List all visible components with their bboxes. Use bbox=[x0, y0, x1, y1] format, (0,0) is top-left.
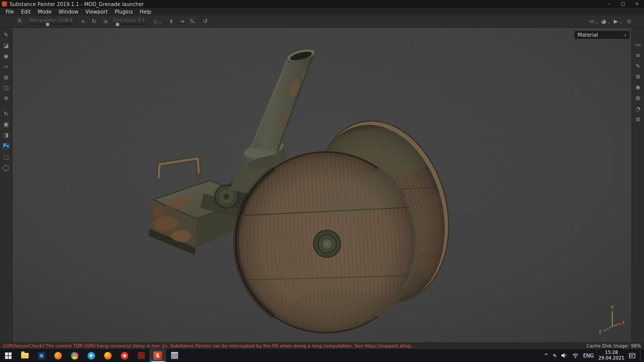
taskbar-photos-app[interactable] bbox=[33, 349, 50, 362]
language-indicator[interactable]: ENG bbox=[583, 353, 594, 358]
gizmo-z-label: Z bbox=[599, 330, 602, 335]
comment-view-icon[interactable]: ▭ bbox=[587, 16, 597, 28]
model-grenade-launcher[interactable] bbox=[13, 28, 631, 342]
taskbar-java-app[interactable] bbox=[50, 349, 66, 362]
taskbar-messenger-app[interactable] bbox=[83, 349, 100, 362]
camera-caret-icon[interactable]: ∨ bbox=[620, 21, 622, 24]
camera-panel-icon[interactable]: ◉ bbox=[632, 84, 644, 91]
left-tool-rail: ✎ ◪ ◉ ▱ ◍ ◫ ⊕ ↻ ▣ ◨ Ps ▢ ◯ bbox=[0, 28, 13, 342]
show-desktop-button[interactable] bbox=[640, 349, 642, 362]
menu-window[interactable]: Window bbox=[55, 9, 82, 15]
taskbar-firefox[interactable] bbox=[100, 349, 116, 362]
taskbar-chrome[interactable] bbox=[66, 349, 83, 362]
comment-caret-icon[interactable]: ∨ bbox=[596, 21, 598, 24]
texture-sets-panel-icon[interactable]: ⊞ bbox=[632, 73, 644, 80]
firefox-icon bbox=[104, 352, 112, 359]
photo-camera-icon[interactable]: ⊙ bbox=[624, 16, 634, 28]
shader-panel-icon[interactable]: ◍ bbox=[632, 95, 644, 102]
taskbar-clock[interactable]: 15:28 29.04.2021 bbox=[598, 350, 624, 361]
log-panel-icon[interactable]: ▭ bbox=[632, 42, 644, 49]
start-button[interactable] bbox=[0, 349, 17, 362]
substance-painter-window: Substance Painter 2019.1.1 - MOD_Grenade… bbox=[0, 0, 644, 362]
photos-icon bbox=[38, 352, 45, 359]
menu-mode[interactable]: Mode bbox=[34, 9, 55, 15]
percent-icon[interactable]: % bbox=[187, 16, 197, 28]
axis-gizmo: Y X Z bbox=[584, 304, 624, 335]
main-toolbar: ⇱ Manipulator Size 0.4 + ↻ ⇲ Grid steps … bbox=[0, 16, 644, 28]
messenger-icon bbox=[88, 352, 95, 359]
manipulator-slider-handle[interactable] bbox=[46, 23, 49, 26]
front-wheel[interactable] bbox=[235, 152, 417, 333]
rotate-tool-icon[interactable]: ↻ bbox=[89, 16, 99, 28]
taskbar-file-explorer[interactable] bbox=[17, 349, 33, 362]
menu-bar: File Edit Mode Window Viewport Plugins H… bbox=[0, 8, 644, 16]
screenshot-plugin-icon[interactable]: ▢ bbox=[0, 154, 12, 161]
cache-disk-usage-value: 98% bbox=[631, 343, 641, 348]
viewport-3d[interactable]: Material ∨ Y X Z bbox=[13, 28, 631, 342]
chrome-icon bbox=[71, 352, 78, 359]
sphere-plugin-icon[interactable]: ◯ bbox=[0, 164, 12, 171]
close-button[interactable]: × bbox=[630, 0, 644, 8]
menu-edit[interactable]: Edit bbox=[18, 9, 34, 15]
align-icon[interactable]: ⇥ bbox=[177, 16, 187, 28]
smudge-tool-icon[interactable]: ◍ bbox=[0, 74, 12, 81]
grid-steps-slider[interactable] bbox=[113, 24, 148, 25]
manipulator-size-slider[interactable] bbox=[29, 24, 73, 25]
brush-panel-icon[interactable]: ✎ bbox=[632, 63, 644, 70]
network-wifi-icon[interactable] bbox=[572, 353, 579, 358]
action-center-icon[interactable] bbox=[629, 353, 635, 358]
material-dropdown-value: Material bbox=[578, 32, 598, 38]
snap-caret-icon[interactable]: ∨ bbox=[159, 21, 161, 24]
video-camera-icon[interactable]: ▶ bbox=[611, 16, 621, 28]
volume-icon[interactable] bbox=[561, 353, 568, 358]
gizmo-x-label: X bbox=[622, 321, 624, 325]
title-bar: Substance Painter 2019.1.1 - MOD_Grenade… bbox=[0, 0, 644, 8]
grid-slider-handle[interactable] bbox=[116, 23, 119, 26]
photoshop-export-icon[interactable]: Ps bbox=[0, 142, 12, 149]
clone-tool-icon[interactable]: ◫ bbox=[0, 84, 12, 92]
material-dropdown[interactable]: Material ∨ bbox=[575, 31, 629, 39]
history-panel-icon[interactable]: ◔ bbox=[632, 106, 644, 113]
polygon-fill-tool-icon[interactable]: ▱ bbox=[0, 63, 12, 70]
resources-updater-icon[interactable]: ↻ bbox=[0, 111, 12, 118]
dynamic-material-icon[interactable]: ▣ bbox=[0, 121, 12, 128]
transform-manipulator-icon[interactable]: ⇱ bbox=[15, 16, 25, 28]
paint-tool-icon[interactable]: ✎ bbox=[0, 32, 12, 39]
material-picker-tool-icon[interactable]: ⊕ bbox=[0, 95, 12, 102]
wheel-hub bbox=[313, 230, 341, 257]
taskbar-substance-painter[interactable]: S bbox=[149, 349, 166, 362]
eraser-tool-icon[interactable]: ◪ bbox=[0, 42, 12, 49]
tray-pen-icon[interactable]: ✎ bbox=[553, 353, 557, 358]
clock-date: 29.04.2021 bbox=[598, 355, 624, 361]
manipulator-size-label: Manipulator Size bbox=[29, 18, 67, 23]
menu-help[interactable]: Help bbox=[136, 9, 155, 15]
material-caret-icon: ∨ bbox=[624, 33, 626, 37]
taskbar-media-app[interactable] bbox=[133, 349, 149, 362]
menu-viewport[interactable]: Viewport bbox=[82, 9, 111, 15]
menu-plugins[interactable]: Plugins bbox=[111, 9, 136, 15]
shader-ball-icon[interactable]: ◕ bbox=[599, 16, 609, 28]
symmetry-icon[interactable]: ⇟ bbox=[166, 16, 176, 28]
minimize-button[interactable]: – bbox=[602, 0, 616, 8]
list-panel-icon[interactable]: ≣ bbox=[632, 116, 644, 123]
windows-logo-icon bbox=[5, 352, 12, 359]
projection-tool-icon[interactable]: ◉ bbox=[0, 53, 12, 60]
taskbar-red-app[interactable] bbox=[116, 349, 133, 362]
system-tray: ^ ✎ ENG 15:28 29.04.2021 bbox=[544, 349, 644, 362]
gizmo-y-label: Y bbox=[611, 306, 614, 310]
tray-chevron-icon[interactable]: ^ bbox=[544, 353, 548, 358]
manipulator-size-value: 0.4 bbox=[65, 18, 72, 23]
cache-disk-usage-label: Cache Disk Usage: bbox=[587, 343, 629, 348]
menu-file[interactable]: File bbox=[2, 9, 18, 15]
taskbar-gray-app[interactable] bbox=[166, 349, 183, 362]
move-tool-icon[interactable]: + bbox=[78, 16, 88, 28]
export-plugin-icon[interactable]: ◨ bbox=[0, 132, 12, 139]
gpu-warning-message: [GPUIssuesCheck] The current TDR (GPU ha… bbox=[3, 343, 581, 348]
layers-panel-icon[interactable]: ≡ bbox=[632, 52, 644, 59]
maximize-button[interactable]: □ bbox=[616, 0, 630, 8]
java-icon bbox=[54, 352, 62, 359]
window-title: Substance Painter 2019.1.1 - MOD_Grenade… bbox=[10, 2, 144, 7]
scale-tool-icon[interactable]: ⇲ bbox=[100, 16, 110, 28]
shader-caret-icon[interactable]: ∨ bbox=[608, 21, 610, 24]
reset-icon[interactable]: ↺ bbox=[200, 16, 210, 28]
